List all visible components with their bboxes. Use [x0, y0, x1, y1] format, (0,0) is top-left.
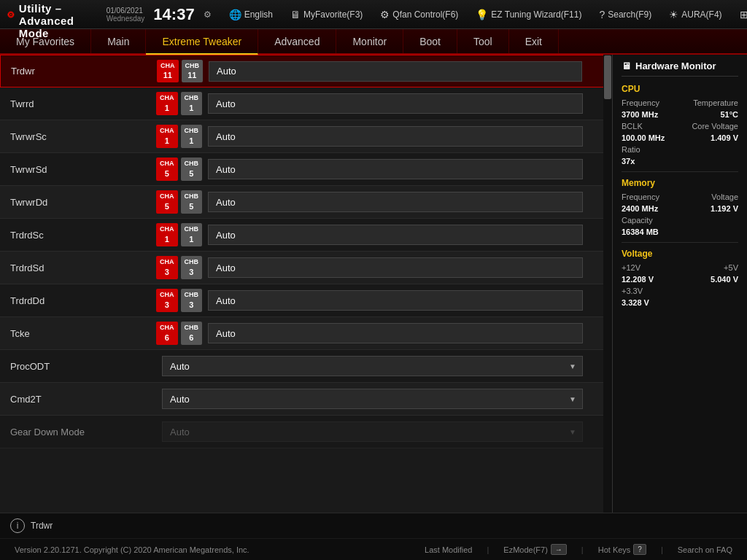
- param-value-box[interactable]: Auto: [208, 257, 583, 278]
- info-text: Trdwr: [31, 521, 53, 531]
- param-value-box[interactable]: Auto: [162, 421, 583, 442]
- content-area: TrdwrCHA11CHB11AutoTwrrdCHA1CHB1AutoTwrw…: [0, 55, 612, 513]
- nav-item-main[interactable]: Main: [91, 29, 146, 53]
- table-row[interactable]: TrdrdSdCHA3CHB3Auto: [0, 252, 612, 284]
- mem-cap-value: 16384 MB: [622, 228, 659, 236]
- resize-bar-button[interactable]: ⊞ ReSize BAR: [734, 7, 747, 22]
- param-value-box[interactable]: Auto: [209, 61, 582, 82]
- chb-chip: CHB3: [181, 256, 203, 279]
- param-value-box[interactable]: Auto: [208, 159, 583, 179]
- table-row[interactable]: TrdrdScCHA1CHB1Auto: [0, 219, 612, 252]
- cha-chip: CHA5: [156, 158, 178, 181]
- table-row[interactable]: TrdrdDdCHA3CHB3Auto: [0, 284, 612, 317]
- v33-row: +3.3V: [622, 287, 738, 295]
- param-name: TwrwrSd: [10, 164, 156, 175]
- param-name: TwrwrDd: [10, 197, 156, 208]
- cha-chip: CHA1: [156, 125, 178, 148]
- resize-icon: ⊞: [740, 9, 747, 20]
- chb-chip: CHB3: [181, 289, 203, 312]
- aura-button[interactable]: ☀ AURA(F4): [663, 7, 727, 22]
- param-name: ProcODT: [10, 361, 156, 372]
- param-value-box[interactable]: Auto: [208, 323, 583, 343]
- cpu-bclk-value: 100.00 MHz: [622, 133, 665, 142]
- param-value-box[interactable]: Auto: [208, 290, 583, 311]
- param-chips: CHA3CHB3: [156, 256, 202, 279]
- param-name: Twrrd: [10, 98, 156, 109]
- table-row[interactable]: TckeCHA6CHB6Auto: [0, 317, 612, 350]
- voltage-section-title: Voltage: [622, 249, 738, 259]
- info-bar: i Trdwr: [0, 513, 747, 538]
- cha-chip: CHA1: [156, 92, 178, 115]
- cpu-ratio-row: Ratio: [622, 145, 738, 154]
- language-label: English: [244, 9, 273, 20]
- param-chips: CHA6CHB6: [156, 322, 202, 345]
- table-row[interactable]: Cmd2TAuto: [0, 383, 612, 416]
- chb-chip: CHB5: [181, 190, 203, 214]
- top-bar: UEFI BIOS Utility – Advanced Mode 01/06/…: [0, 0, 747, 29]
- mem-freq-value: 2400 MHz: [622, 204, 658, 213]
- mem-freq-val-row: 2400 MHz 1.192 V: [622, 204, 738, 213]
- mem-cap-row: Capacity: [622, 216, 738, 225]
- hw-monitor-title: 🖥 Hardware Monitor: [622, 61, 738, 77]
- cha-chip: CHA6: [156, 322, 178, 345]
- ez-tuning-button[interactable]: 💡 EZ Tuning Wizard(F11): [470, 7, 587, 22]
- table-row[interactable]: TwrwrDdCHA5CHB5Auto: [0, 186, 612, 219]
- table-row[interactable]: ProcODTAuto: [0, 350, 612, 383]
- v33-label: +3.3V: [622, 287, 643, 295]
- footer-links: Last Modified | EzMode(F7) → | Hot Keys …: [425, 544, 732, 555]
- hot-keys-link[interactable]: Hot Keys ?: [598, 544, 646, 555]
- fan-icon: ⚙: [380, 9, 390, 20]
- chb-chip: CHB11: [182, 60, 204, 83]
- nav-item-extreme-tweaker[interactable]: Extreme Tweaker: [146, 29, 258, 55]
- v33-value: 3.328 V: [622, 298, 649, 307]
- param-chips: CHA5CHB5: [156, 190, 202, 214]
- cpu-ratio-label: Ratio: [622, 145, 640, 154]
- rog-logo-icon: [7, 4, 15, 25]
- table-row[interactable]: TwrrdCHA1CHB1Auto: [0, 88, 612, 120]
- table-row[interactable]: TrdwrCHA11CHB11Auto: [0, 55, 612, 88]
- param-value-box[interactable]: Auto: [208, 126, 583, 147]
- param-value-box[interactable]: Auto: [208, 93, 583, 114]
- param-value-box[interactable]: Auto: [162, 356, 583, 376]
- language-selector[interactable]: 🌐 English: [223, 7, 279, 22]
- param-chips: CHA1CHB1: [156, 223, 202, 246]
- cha-chip: CHA11: [157, 60, 179, 83]
- hot-keys-icon: ?: [633, 544, 646, 555]
- param-value-box[interactable]: Auto: [208, 192, 583, 212]
- table-row[interactable]: TwrwrScCHA1CHB1Auto: [0, 120, 612, 153]
- nav-item-tool[interactable]: Tool: [457, 29, 509, 53]
- day-text: Wednesday: [107, 15, 145, 23]
- v5-value: 5.040 V: [711, 275, 738, 284]
- cha-chip: CHA3: [156, 289, 178, 312]
- table-row[interactable]: TwrwrSdCHA5CHB5Auto: [0, 153, 612, 186]
- settings-icon[interactable]: ⚙: [204, 9, 212, 20]
- scrollbar-track[interactable]: [603, 55, 612, 513]
- scrollbar-thumb[interactable]: [604, 55, 611, 99]
- myfavorite-button[interactable]: 🖥 MyFavorite(F3): [285, 7, 368, 22]
- mem-cap-val-row: 16384 MB: [622, 228, 738, 236]
- param-value-box[interactable]: Auto: [208, 225, 583, 245]
- param-chips: CHA11CHB11: [157, 60, 203, 83]
- ez-mode-link[interactable]: EzMode(F7) →: [503, 544, 567, 555]
- monitor-panel-icon: 🖥: [622, 61, 631, 71]
- nav-item-advanced[interactable]: Advanced: [258, 29, 336, 53]
- param-name: Trdwr: [11, 66, 157, 77]
- search-icon: ?: [599, 9, 605, 20]
- search-faq-link[interactable]: Search on FAQ: [678, 545, 732, 554]
- mem-volt-value: 1.192 V: [711, 204, 738, 213]
- search-button[interactable]: ? Search(F9): [593, 7, 657, 22]
- nav-item-my-favorites[interactable]: My Favorites: [0, 29, 91, 53]
- last-modified-link[interactable]: Last Modified: [425, 545, 472, 554]
- wand-icon: 💡: [476, 9, 488, 20]
- nav-item-monitor[interactable]: Monitor: [336, 29, 403, 53]
- table-row[interactable]: Gear Down ModeAuto: [0, 416, 612, 448]
- cpu-ratio-val-row: 37x: [622, 157, 738, 166]
- param-value-box[interactable]: Auto: [162, 389, 583, 409]
- cpu-bclk-label: BCLK: [622, 122, 643, 131]
- param-chips: CHA3CHB3: [156, 289, 202, 312]
- mem-cap-label: Capacity: [622, 216, 653, 225]
- qfan-button[interactable]: ⚙ Qfan Control(F6): [374, 7, 464, 22]
- nav-item-exit[interactable]: Exit: [509, 29, 559, 53]
- nav-item-boot[interactable]: Boot: [403, 29, 457, 53]
- chb-chip: CHB5: [181, 158, 203, 181]
